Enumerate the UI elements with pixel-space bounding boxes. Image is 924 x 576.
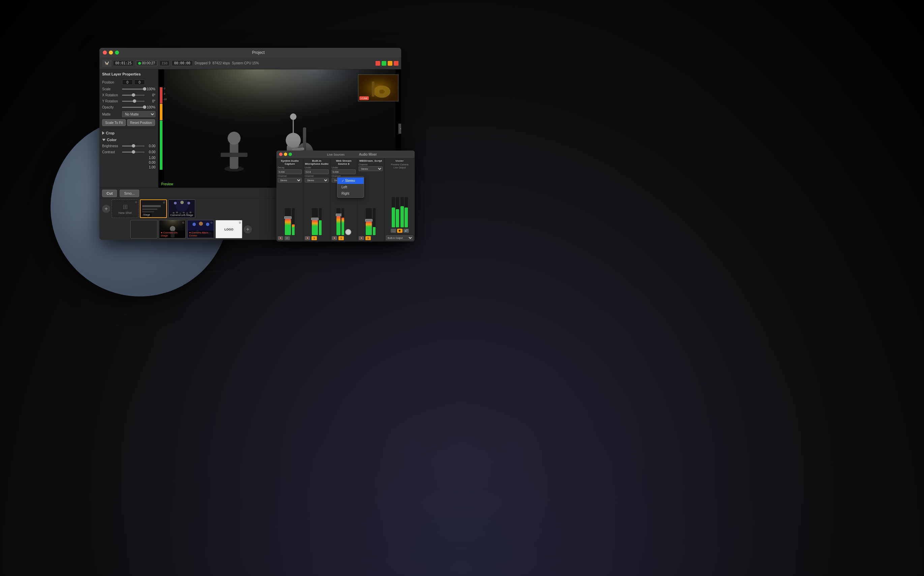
reset-position-button[interactable]: Reset Position bbox=[127, 119, 155, 126]
add-shot-button-2[interactable]: + bbox=[244, 226, 252, 234]
toolbar: 00:01:25 00:00:27 ISO 00:00:00 Dropped 9… bbox=[99, 57, 401, 69]
scale-thumb[interactable] bbox=[143, 87, 146, 91]
ch1-channel-select[interactable]: Stereo bbox=[278, 178, 302, 182]
y-rotation-thumb[interactable] bbox=[133, 99, 136, 103]
ch2-fader-knob[interactable] bbox=[311, 218, 319, 220]
dropdown-left[interactable]: Left bbox=[337, 184, 364, 190]
stream-time-2: 00:00:27 bbox=[142, 61, 155, 65]
ch1-mute[interactable]: 🔇 bbox=[278, 236, 283, 240]
live-output-label: Live Output bbox=[386, 166, 413, 169]
ch1-extra-btn[interactable]: P bbox=[284, 236, 290, 240]
mixer-maximize[interactable] bbox=[289, 153, 292, 156]
opacity-value: 100% bbox=[146, 106, 156, 109]
scale-slider[interactable] bbox=[122, 87, 144, 91]
maximize-button[interactable] bbox=[115, 51, 119, 54]
dropdown-stereo[interactable]: Stereo bbox=[337, 178, 364, 184]
back-center-label: Camera-Back-Center bbox=[188, 231, 214, 237]
ch1-channel-label: Channel bbox=[278, 175, 302, 177]
panel-title: Shot Layer Properties bbox=[102, 72, 156, 76]
master-speaker-btn[interactable]: 🔊 bbox=[404, 229, 409, 233]
opacity-thumb[interactable] bbox=[143, 106, 146, 109]
shot-camera-left[interactable]: Camera-Left-Stage bbox=[168, 199, 195, 218]
ch3-solo[interactable]: S bbox=[338, 236, 344, 240]
x-rotation-slider[interactable] bbox=[122, 93, 144, 97]
svg-point-47 bbox=[206, 222, 209, 226]
ch2-channel-select[interactable]: Stereo bbox=[305, 178, 329, 182]
ch4-fader-knob[interactable] bbox=[365, 219, 372, 222]
ch3-mute[interactable]: 🔇 bbox=[332, 236, 337, 240]
ch4-meter-fill bbox=[373, 227, 375, 235]
master-monitor-btn[interactable]: ◉ bbox=[397, 229, 403, 233]
ch2-meter bbox=[319, 208, 322, 235]
contrast-track bbox=[122, 152, 144, 153]
brightness-thumb[interactable] bbox=[132, 144, 135, 147]
ch3-under-input[interactable] bbox=[332, 170, 356, 174]
ch3-meter-fill bbox=[342, 218, 344, 235]
cut-button[interactable]: Cut bbox=[102, 190, 117, 197]
dropdown-right[interactable]: Right bbox=[337, 190, 364, 197]
add-shot-button[interactable]: + bbox=[102, 205, 110, 213]
svg-rect-28 bbox=[142, 211, 154, 212]
back-center-settings[interactable]: ⚙ bbox=[210, 221, 213, 224]
back-stage-settings[interactable]: ⚙ bbox=[163, 201, 165, 204]
ch1-fader-knob[interactable] bbox=[284, 216, 292, 219]
ch4-mute[interactable]: 🔇 bbox=[359, 236, 364, 240]
shot-back-stage[interactable]: -Stage ⚙ bbox=[140, 199, 167, 218]
svg-point-24 bbox=[379, 90, 385, 94]
vu-green bbox=[160, 121, 162, 170]
contrast-slider[interactable] bbox=[122, 150, 144, 154]
opacity-track bbox=[122, 107, 144, 108]
channel-wb-stream: WBStream_Script Channel Stereo 🔇 S bbox=[357, 158, 384, 242]
new-shot-thumb[interactable]: ⊞ New Shot ⚙ bbox=[112, 199, 138, 218]
shot-camera-back[interactable]: Camera-Back-Center ⚙ bbox=[187, 220, 214, 238]
x-rotation-thumb[interactable] bbox=[132, 93, 135, 97]
stream-status: 00:01:25 00:00:27 ISO 00:00:00 Dropped 9… bbox=[113, 60, 259, 66]
color-section-header[interactable]: Color bbox=[102, 138, 156, 142]
y-rotation-label: Y Rotation bbox=[102, 99, 121, 103]
svg-point-45 bbox=[192, 222, 196, 226]
mixer-close[interactable] bbox=[279, 153, 282, 156]
shot-settings-icon[interactable]: ⚙ bbox=[135, 201, 137, 204]
empty-space bbox=[102, 220, 129, 238]
ch1-fader-track bbox=[285, 208, 291, 235]
output-select[interactable]: Built-in Output bbox=[386, 235, 413, 240]
shot-logo[interactable]: LOGO ⚙ bbox=[215, 220, 242, 238]
master-bottom: 🎧 ◉ 🔊 bbox=[386, 229, 413, 233]
crop-section-header[interactable]: Crop bbox=[102, 131, 156, 135]
minimize-button[interactable] bbox=[109, 51, 113, 54]
contrast-thumb[interactable] bbox=[132, 150, 135, 154]
logo-settings[interactable]: ⚙ bbox=[239, 221, 241, 224]
brightness-slider[interactable] bbox=[122, 144, 144, 148]
svg-rect-26 bbox=[142, 205, 161, 207]
ch4-meter bbox=[373, 208, 375, 235]
scale-to-fit-button[interactable]: Scale To Fit bbox=[102, 119, 126, 126]
ch2-mute[interactable]: 🔇 bbox=[305, 236, 310, 240]
collapse-panel-button[interactable]: « bbox=[398, 124, 401, 134]
record-time: ISO bbox=[159, 60, 170, 66]
ch4-channel-select[interactable]: Stereo bbox=[359, 166, 383, 171]
ch4-solo[interactable]: S bbox=[366, 236, 371, 240]
live-fader-r bbox=[404, 197, 408, 227]
dropped-count: Dropped 9 bbox=[195, 61, 211, 65]
ch2-solo[interactable]: S bbox=[311, 236, 317, 240]
smooth-button[interactable]: Smo... bbox=[120, 190, 139, 197]
opacity-slider[interactable] bbox=[122, 105, 144, 109]
y-rotation-slider[interactable] bbox=[122, 99, 144, 103]
close-button[interactable] bbox=[103, 51, 107, 54]
live-fader-pair bbox=[401, 197, 408, 227]
ch1-decay-input[interactable] bbox=[278, 170, 302, 174]
mixer-minimize[interactable] bbox=[284, 153, 287, 156]
x-rotation-track bbox=[122, 94, 144, 96]
on-stage-settings[interactable]: ⚙ bbox=[182, 221, 184, 224]
ch3-knob[interactable] bbox=[345, 229, 351, 235]
master-headphone-btn[interactable]: 🎧 bbox=[391, 229, 396, 233]
ch2-under-input[interactable] bbox=[305, 170, 329, 174]
matte-select[interactable]: No Matte bbox=[122, 111, 156, 117]
shot-camera-on-stage[interactable]: Camera-On-Stage ⚙ bbox=[159, 220, 186, 238]
new-shot-label: ⊞ New Shot bbox=[112, 200, 138, 218]
position-y-input[interactable] bbox=[134, 80, 145, 85]
scale-fill bbox=[122, 89, 144, 90]
shot-empty[interactable] bbox=[130, 220, 157, 238]
position-x-input[interactable] bbox=[122, 80, 133, 85]
go-live-button[interactable]: 00:00:27 bbox=[136, 60, 157, 66]
